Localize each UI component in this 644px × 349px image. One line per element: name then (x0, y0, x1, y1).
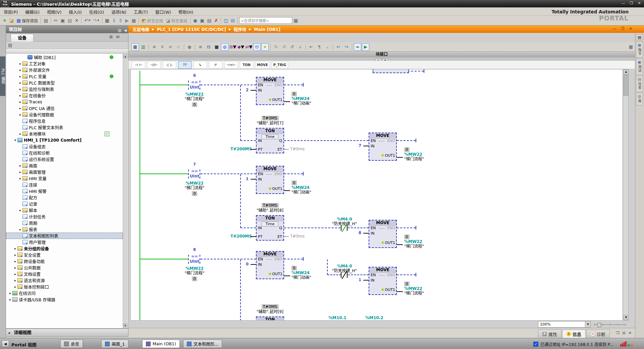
expand-arrow-icon[interactable]: ▸ (13, 266, 17, 269)
save-project-button[interactable]: ▦保存项目 (15, 17, 39, 24)
goto-next-error-icon[interactable]: ↻ (272, 43, 280, 51)
expand-networks-icon[interactable]: ≡ (197, 43, 204, 51)
task-card-tasks[interactable]: ▤任务 (636, 76, 643, 92)
redo-icon[interactable]: ↷▼ (92, 17, 100, 24)
menu-item[interactable]: 窗口(W) (152, 7, 175, 16)
move-block[interactable]: MOVEENENOIN✱OUT1 (256, 166, 284, 194)
scrollbar-thumb[interactable] (624, 75, 629, 96)
float-panel-icon[interactable]: ❐ (616, 331, 620, 335)
collapse-networks-icon[interactable]: ⊟ (205, 43, 212, 51)
ladder-canvas[interactable]: 6==UInt%MW22"梯门流程"07==UInt%MW22"梯门流程"08=… (130, 69, 623, 320)
tree-item[interactable]: 辅助 [DB1] (6, 54, 123, 60)
go-online-icon[interactable]: ◩转至在线 (141, 17, 164, 24)
expand-arrow-icon[interactable]: ▾ (13, 138, 17, 142)
menu-item[interactable]: 在线(O) (86, 7, 108, 16)
chevron-down-icon[interactable]: ▼ (97, 19, 99, 22)
favorite-coil[interactable]: -( )- (163, 61, 176, 69)
favorite-empty-box[interactable]: ?? (178, 61, 192, 69)
tree-item[interactable]: 周期 (6, 220, 123, 226)
block-interface-bar[interactable]: 块接口 (128, 52, 635, 58)
goto-definition-icon[interactable]: ⇤ (308, 43, 315, 51)
tree-item[interactable]: ▸Traces (6, 99, 123, 105)
show-hidden-icon[interactable]: ⊟ (253, 43, 261, 51)
favorite-open-branch[interactable]: ↳ (194, 61, 207, 69)
project-library-icon[interactable]: ▦ (292, 17, 299, 24)
compare-contact[interactable] (188, 254, 201, 264)
expand-arrow-icon[interactable]: ▸ (18, 132, 22, 136)
menu-item[interactable]: 视图(V) (43, 7, 65, 16)
move-block[interactable]: MOVEENENOIN✱OUT1 (256, 251, 284, 279)
expand-arrow-icon[interactable]: ▸ (18, 208, 22, 212)
collapse-panel-icon[interactable]: ⊟ (623, 331, 626, 335)
breadcrumb-item[interactable]: 五层电梯 (132, 26, 149, 33)
expand-arrow-icon[interactable]: ▸ (13, 247, 17, 250)
compile-icon[interactable]: ▦ (104, 17, 110, 24)
insert-network-icon[interactable]: # (151, 43, 158, 51)
menu-item[interactable]: 编辑(E) (21, 7, 43, 16)
sort-icon[interactable]: ⊞ (109, 35, 113, 39)
expand-arrow-icon[interactable]: ▸ (18, 81, 22, 85)
expand-arrow-icon[interactable]: ▸ (18, 68, 22, 72)
delete-network-icon[interactable]: ✕ (159, 43, 166, 51)
expand-arrow-icon[interactable]: ▸ (18, 94, 22, 97)
expand-arrow-icon[interactable]: ▸ (18, 106, 22, 110)
move-block[interactable]: MOVEENENOIN✱OUT1 (256, 77, 284, 105)
expand-arrow-icon[interactable]: ▸ (13, 259, 17, 263)
tree-item[interactable]: 运行系统设置 (6, 156, 123, 162)
tree-item[interactable]: 程序信息 (6, 118, 123, 124)
chevron-down-icon[interactable]: ▼ (241, 44, 244, 49)
tree-item[interactable]: ▸画面管理 (6, 169, 123, 175)
breadcrumb-item[interactable]: PLC_1 [CPU 1215C DC/DC/DC] (157, 27, 226, 32)
zoom-slider-handle[interactable] (597, 323, 601, 327)
move-block[interactable]: MOVEENENOIN✱OUT1 (369, 133, 397, 161)
favorite-ton[interactable]: TON (240, 61, 253, 69)
absolute-operands-icon[interactable]: ▦ (131, 43, 139, 51)
menu-item[interactable]: 帮助(H) (175, 7, 197, 16)
start-cpu-icon[interactable]: ▶ (124, 17, 130, 24)
expand-arrow-icon[interactable]: ▸ (18, 177, 22, 180)
tree-item[interactable]: ▸PLC 数据类型 (6, 80, 123, 86)
expand-arrow-icon[interactable]: ▸ (18, 87, 22, 91)
tree-item[interactable]: ▸公共数据 (6, 264, 123, 271)
maximize-editor-icon[interactable]: ▦ (627, 43, 635, 51)
tree-item[interactable]: PLC 报警文本列表 (6, 124, 123, 131)
search-input[interactable] (239, 17, 292, 24)
tree-item[interactable]: 用户管理 (6, 239, 123, 245)
tree-item[interactable]: 设备组态 (6, 143, 123, 150)
expand-arrow-icon[interactable]: ▸ (13, 279, 17, 282)
new-folder-icon[interactable]: ▤ (8, 43, 12, 48)
favorites-toggle-icon[interactable]: ★ (261, 43, 269, 51)
print-icon[interactable]: ▤ (43, 17, 49, 24)
split-editor-vertical-icon[interactable]: ⊟ (230, 17, 236, 24)
expand-arrow-icon[interactable]: ▸ (18, 62, 22, 65)
tab-diagnostics[interactable]: +诊断 (586, 330, 610, 338)
tree-item[interactable]: 计划任务 (6, 213, 123, 220)
minimize-icon[interactable]: — (619, 0, 627, 7)
remove-icon[interactable]: ✗ (213, 17, 219, 24)
tree-item[interactable]: ▸安全设置 (6, 252, 123, 258)
tree-item[interactable]: ▸本地模块✓ (6, 131, 123, 137)
tree-item[interactable]: ▸HMI 变量 (6, 175, 123, 182)
tree-item[interactable]: ▾HMI_1 [TP1200 Comfort] (6, 137, 123, 143)
previous-block-icon[interactable]: ↩ (335, 43, 342, 51)
favorite-nc-contact[interactable]: ⊣/⊢ (147, 61, 161, 69)
compare-contact[interactable] (188, 169, 201, 179)
tree-item[interactable]: ▸文档设置 (6, 271, 123, 277)
tree-item[interactable]: ▸报表 (6, 226, 123, 233)
tree-item[interactable]: ▸设备代理数据 (6, 111, 123, 118)
open-project-icon[interactable]: ◪ (8, 17, 15, 24)
favorite-move[interactable]: MOVE (255, 61, 270, 69)
download-icon[interactable]: ⇩ (111, 17, 117, 24)
menu-item[interactable]: 选项(N) (108, 7, 130, 16)
tree-item[interactable]: 在线和诊断 (6, 150, 123, 156)
chevron-down-icon[interactable]: ▼ (89, 19, 90, 22)
tab-devices[interactable]: 设备 (11, 34, 34, 42)
tree-item[interactable]: ▸在线访问 (6, 290, 123, 296)
cut-icon[interactable]: ✂ (53, 17, 59, 24)
expand-arrow-icon[interactable]: ▸ (13, 285, 17, 289)
taskbar-tab-main-ob1[interactable]: Main (OB1) (142, 340, 180, 348)
monitoring-glasses-icon[interactable]: ∞ (354, 43, 361, 51)
tree-item[interactable]: ▸画面 (6, 162, 123, 169)
close-editor-icon[interactable]: ✕ (627, 26, 635, 32)
task-card-instructions[interactable]: ▦指令 (636, 42, 643, 58)
